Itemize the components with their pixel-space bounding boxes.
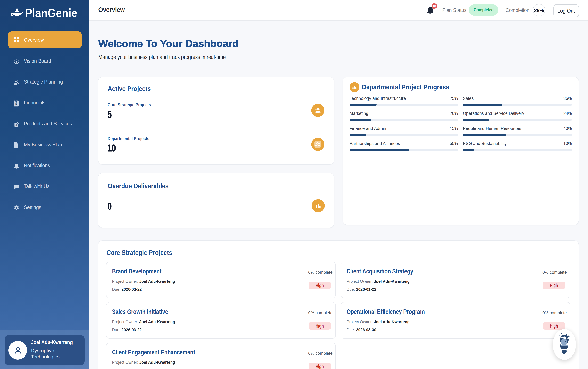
svg-text:<>: <> (15, 123, 18, 126)
svg-text:$: $ (15, 102, 17, 106)
